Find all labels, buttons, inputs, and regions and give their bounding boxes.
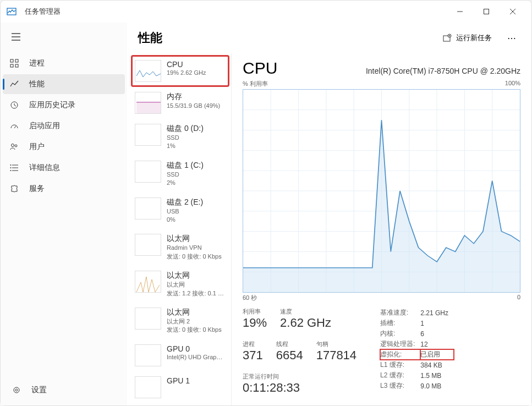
nav-processes[interactable]: 进程 [3, 53, 125, 73]
spec-value: 9.0 MB [420, 381, 454, 391]
svg-rect-10 [10, 64, 13, 67]
spec-row: L2 缓存:1.5 MB [380, 370, 454, 381]
spec-value: 1 [420, 318, 454, 328]
perf-thumbnail [135, 234, 161, 256]
nav-app-history[interactable]: 应用历史记录 [3, 95, 125, 115]
perf-item-sub: Intel(R) UHD Graphics [167, 353, 226, 361]
spec-label: 内核: [380, 328, 420, 339]
svg-rect-2 [484, 9, 489, 14]
perf-thumbnail [135, 60, 161, 82]
perf-item-name: GPU 0 [167, 344, 226, 353]
perf-thumbnail [135, 271, 161, 293]
perf-item-sub: 19% 2.62 GHz [167, 69, 226, 77]
nav-performance[interactable]: 性能 [3, 74, 125, 94]
stat-value: 0:11:28:33 [243, 381, 364, 395]
perf-item[interactable]: 以太网以太网发送: 1.2 接收: 0.1 Mbps [131, 266, 229, 302]
spec-label: L3 缓存: [380, 381, 420, 391]
nav-settings[interactable]: 设置 [5, 380, 123, 400]
nav-label: 设置 [31, 385, 47, 395]
perf-item-sub2: 发送: 0 接收: 0 Kbps [167, 253, 226, 261]
perf-item[interactable]: 以太网以太网 2发送: 0 接收: 0 Kbps [131, 303, 229, 339]
history-icon [8, 99, 20, 111]
perf-item-name: GPU 1 [167, 376, 226, 385]
nav-label: 详细信息 [29, 163, 60, 173]
nav-label: 应用历史记录 [29, 100, 75, 110]
maximize-button[interactable] [476, 3, 496, 20]
perf-item-sub: 15.5/31.9 GB (49%) [167, 102, 226, 110]
svg-rect-11 [15, 64, 18, 67]
perf-item-sub2: 发送: 0 接收: 0 Kbps [167, 326, 226, 334]
perf-item[interactable]: 内存15.5/31.9 GB (49%) [131, 87, 229, 118]
minimize-button[interactable] [450, 3, 470, 20]
nav-label: 进程 [29, 58, 45, 68]
stat-label: 进程 [243, 340, 263, 348]
chart-y-label: % 利用率 [243, 80, 268, 88]
perf-item[interactable]: GPU 0Intel(R) UHD Graphics [131, 340, 229, 371]
stat-label: 利用率 [243, 308, 267, 316]
perf-item-sub: Radmin VPN [167, 244, 226, 252]
svg-line-13 [14, 126, 16, 128]
app-icon [5, 5, 18, 18]
perf-item[interactable]: 磁盘 1 (C:)SSD2% [131, 156, 229, 192]
run-task-label: 运行新任务 [456, 33, 492, 43]
users-icon [8, 141, 20, 153]
perf-item-sub: SSD [167, 134, 226, 142]
titlebar: 任务管理器 [1, 1, 531, 23]
svg-point-23 [15, 389, 18, 391]
grid-icon [8, 57, 20, 69]
stat-label: 正常运行时间 [243, 372, 364, 381]
svg-rect-0 [7, 8, 16, 15]
perf-thumbnail [135, 197, 161, 220]
perf-item-name: 以太网 [167, 271, 226, 281]
perf-thumbnail [135, 308, 161, 330]
spec-row: 虚拟化:已启用 [380, 349, 454, 360]
spec-label: L1 缓存: [380, 360, 420, 370]
spec-label: L2 缓存: [380, 370, 420, 381]
stat-value: 6654 [276, 348, 303, 363]
spec-value: 6 [420, 328, 454, 339]
perf-item-name: 以太网 [167, 234, 226, 244]
spec-value: 2.21 GHz [420, 308, 454, 318]
cpu-model: Intel(R) Core(TM) i7-8750H CPU @ 2.20GHz [366, 67, 520, 75]
cpu-utilization-chart[interactable] [243, 89, 520, 293]
stat-block: 速度2.62 GHz [280, 308, 331, 330]
spec-label: 插槽: [380, 318, 420, 328]
perf-thumbnail [135, 344, 161, 366]
stat-block: 句柄177814 [316, 340, 357, 363]
stats-primary: 利用率19%速度2.62 GHz进程371线程6654句柄177814正常运行时… [243, 308, 364, 395]
nav-label: 用户 [29, 142, 45, 152]
spec-row: L1 缓存:384 KB [380, 360, 454, 370]
svg-point-19 [10, 164, 12, 166]
hamburger-button[interactable] [5, 26, 27, 48]
perf-item-sub2: 1% [167, 142, 226, 150]
nav-label: 性能 [29, 79, 45, 89]
nav-users[interactable]: 用户 [3, 137, 125, 157]
perf-item[interactable]: CPU19% 2.62 GHz [131, 56, 229, 86]
nav-list: 进程 性能 应用历史记录 启动应用 用户 [1, 52, 127, 375]
spec-value: 12 [420, 339, 454, 349]
perf-item[interactable]: 磁盘 0 (D:)SSD1% [131, 119, 229, 155]
stat-label: 速度 [280, 308, 331, 316]
perf-item[interactable]: GPU 1 [131, 372, 229, 403]
stat-label: 句柄 [316, 340, 357, 348]
perf-item-name: CPU [167, 60, 226, 69]
close-button[interactable] [503, 3, 523, 20]
stat-label: 线程 [276, 340, 303, 348]
more-button[interactable]: ⋯ [503, 29, 520, 47]
spec-value: 1.5 MB [420, 370, 454, 381]
perf-thumbnail [135, 124, 161, 146]
run-new-task-button[interactable]: 运行新任务 [436, 30, 498, 46]
gear-icon [10, 384, 23, 396]
perf-item-name: 以太网 [167, 308, 226, 317]
nav-services[interactable]: 服务 [3, 179, 125, 199]
stats-secondary: 基准速度:2.21 GHz插槽:1内核:6逻辑处理器:12虚拟化:已启用L1 缓… [380, 308, 454, 395]
perf-thumbnail [135, 92, 161, 114]
perf-item-name: 磁盘 2 (E:) [167, 197, 226, 207]
svg-point-21 [10, 170, 12, 171]
perf-item[interactable]: 以太网Radmin VPN发送: 0 接收: 0 Kbps [131, 229, 229, 265]
perf-item[interactable]: 磁盘 2 (E:)USB0% [131, 193, 229, 229]
nav-details[interactable]: 详细信息 [3, 158, 125, 178]
detail-title: CPU [243, 59, 277, 78]
perf-thumbnail [135, 376, 161, 398]
nav-startup[interactable]: 启动应用 [3, 116, 125, 136]
